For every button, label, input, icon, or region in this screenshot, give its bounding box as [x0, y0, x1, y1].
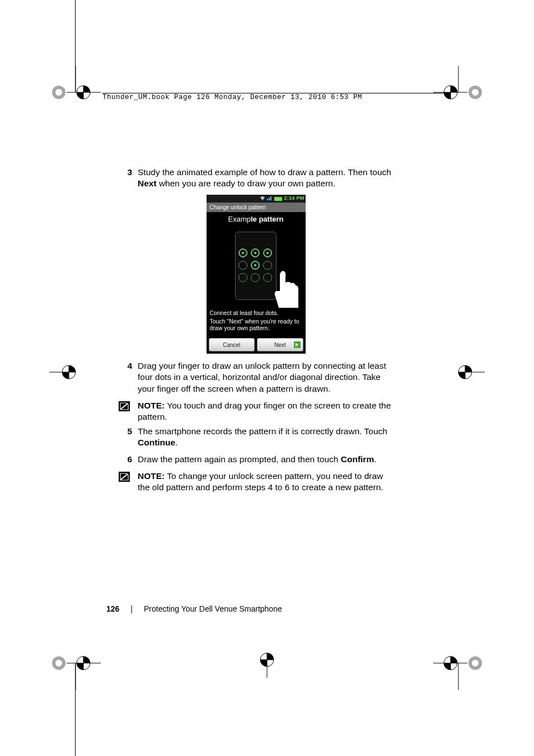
phone-screenshot: 2:14 PM Change unlock pattern Example pa… [207, 195, 306, 354]
svg-rect-40 [267, 199, 268, 200]
page-content: 3 Study the animated example of how to d… [119, 167, 393, 497]
page-footer: 126 | Protecting Your Dell Venue Smartph… [106, 604, 282, 613]
svg-point-7 [469, 86, 482, 99]
svg-point-37 [458, 365, 472, 379]
note-icon [119, 472, 130, 482]
battery-icon [274, 197, 282, 201]
svg-point-25 [444, 656, 457, 670]
svg-point-15 [55, 660, 62, 666]
cancel-button[interactable]: Cancel [209, 338, 255, 351]
svg-rect-41 [269, 198, 270, 200]
pattern-area [207, 226, 306, 308]
step-number: 3 [119, 167, 138, 189]
pattern-dot [263, 248, 272, 257]
svg-point-11 [444, 86, 457, 99]
note-text: NOTE: You touch and drag your finger on … [138, 400, 393, 422]
pattern-dot [251, 261, 260, 270]
note-text: NOTE: To change your unlock screen patte… [138, 471, 393, 493]
pattern-dot [238, 273, 247, 282]
svg-point-1 [55, 89, 62, 96]
footer-section-title: Protecting Your Dell Venue Smartphone [144, 604, 282, 613]
status-time: 2:14 PM [284, 196, 304, 201]
next-arrow-icon [294, 341, 301, 348]
note-1: NOTE: You touch and drag your finger on … [119, 400, 393, 422]
step-text: Draw the pattern again as prompted, and … [138, 454, 393, 465]
pattern-dot [238, 261, 247, 270]
crop-mark-bottom-right [433, 637, 486, 690]
step-5: 5 The smartphone records the pattern if … [119, 426, 393, 448]
signal-icon [267, 196, 273, 202]
trim-line-left [75, 0, 76, 92]
next-button-label: Next [274, 342, 286, 348]
pattern-dot [251, 248, 260, 257]
svg-point-14 [52, 656, 65, 670]
page-number: 126 [106, 604, 119, 613]
crop-mark-bottom-center [259, 650, 275, 678]
status-bar: 2:14 PM [207, 195, 306, 203]
step-number: 6 [119, 454, 138, 465]
svg-point-18 [77, 656, 90, 670]
step-text: Study the animated example of how to dra… [138, 167, 393, 189]
step-text: The smartphone records the pattern if it… [138, 426, 393, 448]
wifi-icon [260, 196, 265, 202]
svg-point-21 [469, 656, 482, 670]
step-4: 4 Drag your finger to draw an unlock pat… [119, 360, 393, 394]
svg-point-8 [472, 89, 479, 96]
step-number: 5 [119, 426, 138, 448]
phone-button-row: Cancel Next [207, 336, 306, 354]
instruction-line-1: Connect at least four dots. [207, 308, 306, 318]
step-3: 3 Study the animated example of how to d… [119, 167, 393, 189]
crop-mark-top-left [48, 66, 101, 119]
step-6: 6 Draw the pattern again as prompted, an… [119, 454, 393, 465]
instruction-line-2: Touch "Next" when you're ready to draw y… [207, 317, 306, 336]
svg-point-29 [260, 653, 274, 666]
pattern-dot [238, 248, 247, 257]
crop-mark-bottom-left [48, 637, 101, 690]
cancel-button-label: Cancel [223, 342, 240, 348]
step-text: Drag your finger to draw an unlock patte… [138, 360, 393, 394]
screen-title-bar: Change unlock pattern [207, 203, 306, 212]
crop-mark-left-center [49, 364, 83, 381]
hand-icon [268, 269, 301, 308]
svg-point-4 [77, 86, 90, 99]
example-pattern-title: Example pattern [207, 212, 306, 226]
page-header-text: Thunder_UM.book Page 126 Monday, Decembe… [102, 93, 364, 101]
crop-mark-right-center [451, 364, 485, 381]
next-button[interactable]: Next [257, 338, 303, 351]
svg-point-0 [52, 86, 65, 99]
svg-rect-42 [270, 196, 271, 200]
note-icon [119, 401, 130, 411]
svg-point-22 [472, 660, 479, 666]
svg-point-33 [62, 365, 76, 379]
note-2: NOTE: To change your unlock screen patte… [119, 471, 393, 493]
trim-line-left-bottom [75, 664, 76, 756]
step-number: 4 [119, 360, 138, 394]
footer-divider: | [130, 604, 133, 613]
pattern-dot [251, 273, 260, 282]
